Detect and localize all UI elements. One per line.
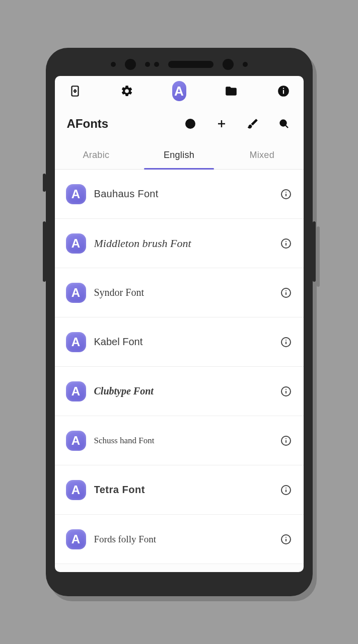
- font-name-label: Fords folly Font: [94, 534, 271, 545]
- font-name-label: Tetra Font: [94, 484, 271, 496]
- screen: A AFonts: [55, 76, 304, 572]
- tab-bar: ArabicEnglishMixed: [55, 141, 304, 170]
- font-row[interactable]: ATetra Font: [55, 465, 304, 515]
- svg-point-22: [285, 389, 287, 390]
- font-app-icon: A: [66, 381, 86, 401]
- svg-point-16: [285, 290, 287, 291]
- font-name-label: Kabel Font: [94, 336, 271, 348]
- devmode-icon[interactable]: [68, 84, 82, 98]
- title-bar: AFonts: [55, 106, 304, 141]
- font-app-icon: A: [66, 431, 86, 451]
- emoji-button[interactable]: [183, 116, 198, 131]
- svg-point-31: [285, 537, 287, 538]
- font-name-label: Clubtype Font: [94, 385, 271, 397]
- svg-point-7: [280, 120, 286, 126]
- svg-rect-3: [282, 88, 283, 89]
- device-frame: A AFonts: [46, 48, 313, 596]
- device-sensors: [46, 59, 313, 70]
- settings-icon[interactable]: [120, 84, 134, 98]
- device-button: [313, 221, 316, 282]
- svg-point-10: [285, 192, 287, 193]
- font-row[interactable]: ASchuss hand Font: [55, 416, 304, 465]
- font-app-icon: A: [66, 283, 86, 303]
- font-name-label: Schuss hand Font: [94, 436, 271, 446]
- font-row[interactable]: ASyndor Font: [55, 268, 304, 317]
- svg-point-25: [285, 438, 287, 439]
- font-app-icon: A: [66, 480, 86, 500]
- font-app-icon: A: [66, 332, 86, 352]
- font-name-label: Middleton brush Font: [94, 237, 271, 250]
- device-button: [43, 174, 46, 192]
- info-button[interactable]: [279, 237, 293, 250]
- info-button[interactable]: [279, 286, 293, 299]
- info-button[interactable]: [279, 434, 293, 447]
- font-row[interactable]: AMiddleton brush Font: [55, 219, 304, 268]
- svg-point-13: [285, 241, 287, 242]
- font-app-icon: A: [66, 184, 86, 204]
- svg-rect-0: [71, 86, 78, 96]
- add-button[interactable]: [214, 116, 229, 131]
- info-button[interactable]: [279, 336, 293, 349]
- font-list: ABauhaus FontAMiddleton brush FontASyndo…: [55, 170, 304, 572]
- search-button[interactable]: [276, 116, 292, 131]
- info-button[interactable]: [279, 385, 293, 398]
- font-row[interactable]: AClubtype Font: [55, 367, 304, 416]
- font-name-label: Syndor Font: [94, 287, 271, 298]
- tab-english[interactable]: English: [137, 141, 221, 169]
- info-icon[interactable]: [276, 84, 291, 98]
- folder-icon[interactable]: [224, 84, 238, 98]
- page-title: AFonts: [67, 117, 167, 131]
- device-button: [43, 221, 46, 282]
- brush-button[interactable]: [245, 116, 260, 131]
- svg-point-28: [285, 488, 287, 489]
- font-row[interactable]: AKabel Font: [55, 317, 304, 367]
- info-button[interactable]: [279, 533, 293, 546]
- font-name-label: Bauhaus Font: [94, 188, 271, 200]
- font-row[interactable]: AFords folly Font: [55, 515, 304, 564]
- tab-arabic[interactable]: Arabic: [55, 141, 138, 169]
- svg-point-19: [285, 340, 287, 341]
- tab-mixed[interactable]: Mixed: [221, 141, 304, 169]
- font-app-icon: A: [66, 529, 86, 549]
- info-button[interactable]: [279, 484, 293, 497]
- svg-rect-2: [282, 90, 283, 94]
- top-navbar: A: [55, 76, 304, 106]
- app-logo-icon[interactable]: A: [172, 84, 186, 98]
- info-button[interactable]: [279, 188, 293, 201]
- font-app-icon: A: [66, 233, 86, 254]
- svg-point-4: [186, 119, 195, 128]
- font-row[interactable]: ABauhaus Font: [55, 170, 304, 219]
- svg-point-5: [188, 122, 189, 123]
- svg-point-6: [191, 122, 192, 123]
